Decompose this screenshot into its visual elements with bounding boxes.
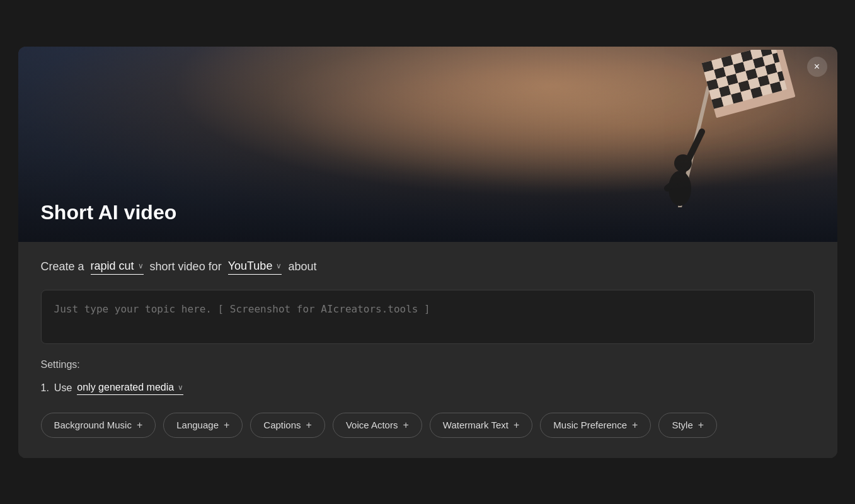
option-btn-captions[interactable]: Captions+ — [250, 413, 325, 438]
option-btn-language[interactable]: Language+ — [163, 413, 243, 438]
option-btn-watermark-text[interactable]: Watermark Text+ — [430, 413, 533, 438]
use-prefix: Use — [54, 382, 72, 394]
hero-section: Short AI video × — [18, 47, 837, 242]
options-row: Background Music+Language+Captions+Voice… — [41, 413, 815, 438]
close-button[interactable]: × — [807, 57, 827, 77]
create-middle: short video for — [150, 260, 222, 273]
platform-chevron: ∨ — [276, 261, 282, 270]
step-number: 1. — [41, 382, 49, 394]
option-btn-style[interactable]: Style+ — [658, 413, 717, 438]
use-row: 1. Use only generated media ∨ — [41, 382, 815, 395]
option-btn-voice-actors[interactable]: Voice Actors+ — [333, 413, 422, 438]
create-suffix: about — [288, 260, 316, 273]
modal-content: Create a rapid cut ∨ short video for You… — [18, 242, 837, 458]
media-type-chevron: ∨ — [178, 383, 183, 392]
modal-container: Short AI video × Create a rapid cut ∨ sh… — [18, 47, 837, 458]
option-btn-background-music[interactable]: Background Music+ — [41, 413, 156, 438]
option-btn-music-preference[interactable]: Music Preference+ — [540, 413, 651, 438]
settings-label: Settings: — [41, 359, 815, 370]
cut-type-chevron: ∨ — [138, 261, 144, 270]
topic-input[interactable] — [41, 290, 815, 344]
flag-decoration — [598, 50, 800, 207]
svg-line-44 — [683, 132, 702, 171]
create-line: Create a rapid cut ∨ short video for You… — [41, 260, 815, 275]
media-type-dropdown[interactable]: only generated media ∨ — [77, 382, 183, 395]
create-prefix: Create a — [41, 260, 84, 273]
cut-type-dropdown[interactable]: rapid cut ∨ — [91, 260, 144, 275]
platform-dropdown[interactable]: YouTube ∨ — [228, 260, 282, 275]
hero-title: Short AI video — [41, 201, 177, 224]
